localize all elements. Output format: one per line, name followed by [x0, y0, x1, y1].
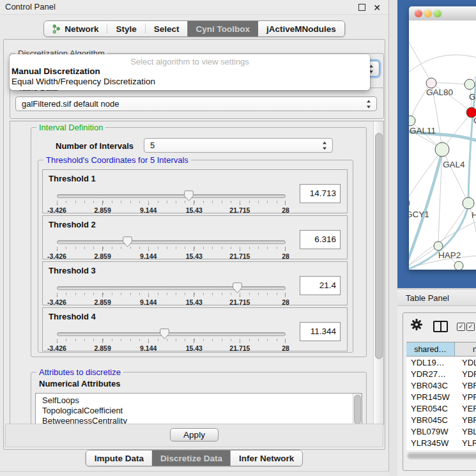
threshold-value-field[interactable]: 21.4 — [300, 276, 341, 295]
cell-name[interactable]: YBL0 — [455, 427, 476, 436]
settings-scrollbar[interactable] — [373, 121, 383, 424]
slider-track[interactable] — [57, 240, 286, 244]
table-horizontal-scrollbar[interactable] — [407, 452, 476, 459]
column-header-name[interactable]: n — [455, 342, 476, 356]
slider-minor-ticks — [57, 293, 286, 295]
tick-label: 9.144 — [140, 252, 157, 260]
checkbox-icon[interactable] — [466, 323, 475, 331]
slider-handle[interactable] — [123, 236, 132, 247]
network-node-hap2[interactable] — [434, 242, 443, 250]
cell-name[interactable]: YIL0 — [455, 450, 476, 451]
tab-jactivemnodules[interactable]: jActiveMNodules — [258, 21, 344, 36]
column-header-shared-name[interactable]: shared… — [406, 342, 455, 356]
cell-name[interactable]: YLR3 — [455, 438, 476, 448]
list-item[interactable]: SelfLoops — [36, 394, 362, 406]
tab-cyni-toolbox[interactable]: Cyni Toolbox — [188, 21, 259, 36]
cell-shared-name[interactable]: YBR043C — [406, 381, 455, 390]
network-canvas[interactable]: GAL80GACGAL11GAL4GCY1HHAP2 — [409, 20, 476, 270]
threshold-slider[interactable]: -3.4262.8599.14415.4321.71528 — [57, 240, 286, 260]
cell-name[interactable]: YBR0 — [455, 381, 476, 390]
cell-shared-name[interactable]: YER054C — [406, 404, 455, 413]
tab-select[interactable]: Select — [146, 21, 188, 36]
table-row[interactable]: YPR145WYPR1 — [406, 391, 476, 403]
dropdown-placeholder-item[interactable]: Select algorithm to view settings — [10, 57, 370, 66]
number-of-intervals-value: 5 — [150, 141, 155, 150]
network-node-ga[interactable] — [464, 79, 475, 89]
slider-handle[interactable] — [160, 328, 169, 339]
threshold-slider[interactable]: -3.4262.8599.14415.4321.71528 — [57, 194, 286, 214]
dropdown-option-manual[interactable]: Manual Discretization — [10, 66, 370, 77]
checkbox-icon[interactable] — [457, 323, 465, 331]
cell-shared-name[interactable]: YPR145W — [406, 392, 455, 402]
slider-track[interactable] — [57, 332, 286, 336]
cell-shared-name[interactable]: YBR045C — [406, 415, 455, 425]
network-node-gcy1[interactable] — [409, 199, 410, 208]
close-traffic-light-icon[interactable] — [415, 10, 422, 17]
number-of-intervals-combo[interactable]: 5 — [144, 138, 333, 153]
cell-name[interactable]: YBR0 — [455, 415, 476, 425]
tab-discretize-data[interactable]: Discretize Data — [152, 450, 231, 466]
network-node[interactable] — [454, 261, 463, 270]
cell-shared-name[interactable]: YLR345W — [406, 438, 455, 448]
cell-shared-name[interactable]: YBL079W — [406, 427, 455, 436]
split-view-icon[interactable] — [433, 321, 448, 332]
slider-tick-labels: -3.4262.8599.14415.4321.71528 — [57, 252, 286, 260]
minimize-traffic-light-icon[interactable] — [424, 10, 432, 17]
table-body[interactable]: YDL19…YDL1YDR27…YDR2YBR043CYBR0YPR145WYP… — [406, 357, 476, 450]
cell-shared-name[interactable]: YIL052C — [406, 450, 455, 451]
cell-name[interactable]: YDL1 — [455, 358, 476, 367]
tab-label: Discretize Data — [160, 454, 222, 463]
float-window-icon[interactable] — [358, 4, 365, 11]
apply-button[interactable]: Apply — [170, 428, 219, 441]
table-data-combo[interactable]: galFiltered.sif default node — [15, 96, 377, 111]
list-scrollbar[interactable] — [353, 394, 362, 425]
tab-label: Network — [65, 24, 98, 34]
table-row[interactable]: YER054CYER0 — [406, 403, 476, 414]
scrollbar-thumb[interactable] — [375, 133, 383, 359]
gear-icon[interactable] — [411, 319, 422, 333]
tab-impute-data[interactable]: Impute Data — [86, 450, 152, 466]
table-panel-header[interactable]: Table Panel — [397, 289, 476, 306]
slider-handle[interactable] — [233, 282, 242, 293]
table-row[interactable]: YDL19…YDL1 — [406, 357, 476, 368]
numerical-attributes-list[interactable]: SelfLoopsTopologicalCoefficientBetweenne… — [35, 393, 362, 425]
tick-label: 2.859 — [94, 298, 111, 306]
network-node-gal80[interactable] — [426, 78, 436, 88]
tab-style[interactable]: Style — [107, 21, 144, 36]
threshold-slider[interactable]: -3.4262.8599.14415.4321.71528 — [57, 332, 286, 352]
scrollbar-thumb[interactable] — [408, 454, 476, 458]
table-row[interactable]: YBR043CYBR0 — [406, 380, 476, 391]
tab-network[interactable]: Network — [44, 21, 107, 36]
cell-shared-name[interactable]: YDL19… — [406, 358, 455, 367]
slider-track[interactable] — [57, 286, 286, 290]
panel-divider[interactable] — [389, 0, 397, 476]
cell-name[interactable]: YDR2 — [455, 369, 476, 379]
zoom-traffic-light-icon[interactable] — [434, 10, 441, 17]
cell-shared-name[interactable]: YDR27… — [406, 369, 455, 379]
slider-handle[interactable] — [184, 190, 194, 201]
threshold-value-field[interactable]: 14.713 — [300, 184, 341, 203]
threshold-slider[interactable]: -3.4262.8599.14415.4321.71528 — [57, 286, 286, 306]
table-row[interactable]: YBL079WYBL0 — [406, 426, 476, 437]
table-row[interactable]: YIL052CYIL0 — [406, 449, 476, 450]
tab-label: Infer Network — [239, 454, 294, 463]
cell-name[interactable]: YER0 — [455, 404, 476, 413]
table-row[interactable]: YDR27…YDR2 — [406, 368, 476, 380]
network-node-h[interactable] — [463, 197, 474, 209]
threshold-value-field[interactable]: 6.316 — [300, 230, 341, 249]
table-row[interactable]: YBR045CYBR0 — [406, 414, 476, 426]
network-window-titlebar — [409, 6, 476, 21]
tick-label: 15.43 — [186, 298, 203, 306]
cell-name[interactable]: YPR1 — [455, 392, 476, 402]
tab-infer-network[interactable]: Infer Network — [231, 450, 302, 466]
threshold-value-field[interactable]: 11.344 — [300, 322, 341, 341]
table-row[interactable]: YLR345WYLR3 — [406, 437, 476, 449]
list-item[interactable]: TopologicalCoefficient — [36, 406, 362, 416]
network-node-gal4[interactable] — [435, 142, 449, 157]
slider-track[interactable] — [57, 194, 286, 198]
dropdown-option-equal-width[interactable]: Equal Width/Frequency Discretization — [10, 77, 370, 87]
control-panel-tabs: NetworkStyleSelectCyni ToolboxjActiveMNo… — [43, 20, 345, 37]
node-label: C — [473, 116, 476, 125]
scrollbar-thumb[interactable] — [354, 395, 361, 424]
close-icon[interactable]: ✕ — [373, 1, 381, 15]
